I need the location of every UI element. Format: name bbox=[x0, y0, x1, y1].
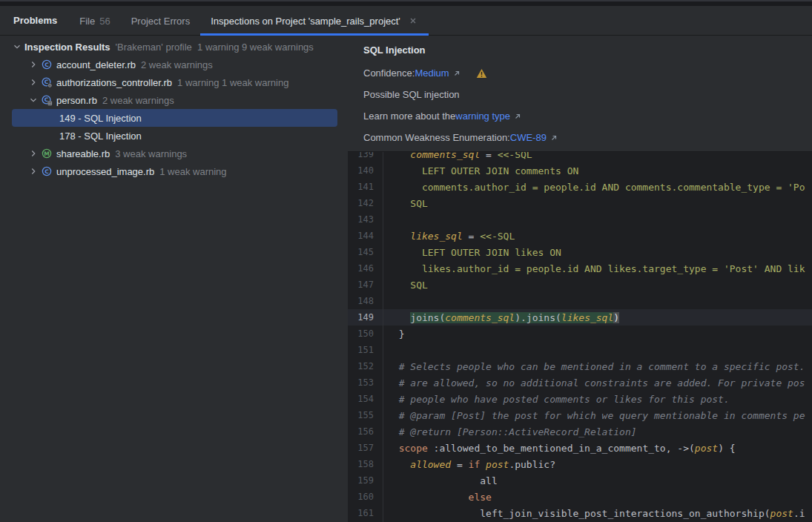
chevron-right-icon[interactable] bbox=[28, 59, 39, 70]
line-number: 154 bbox=[348, 394, 383, 404]
code-line-155[interactable]: 155 # @param [Post] the post for which w… bbox=[348, 407, 812, 423]
inspection-title: SQL Injection bbox=[363, 40, 812, 59]
tab-project-errors[interactable]: Project Errors bbox=[121, 6, 200, 36]
warning-icon bbox=[476, 68, 487, 79]
toolwindow-body: Inspection Results'Brakeman' profile 1 w… bbox=[0, 36, 812, 522]
code-line-147[interactable]: 147 SQL bbox=[348, 277, 812, 293]
tab-count-badge: 56 bbox=[99, 16, 110, 27]
line-number: 143 bbox=[348, 214, 383, 225]
line-number: 144 bbox=[348, 231, 383, 241]
line-number: 153 bbox=[348, 377, 383, 388]
tree-item-178-sql-injection[interactable]: 178 - SQL Injection bbox=[0, 127, 348, 145]
code-line-161[interactable]: 161 left_join_visible_post_interactions_… bbox=[348, 505, 812, 521]
ruby-class-icon: C bbox=[41, 165, 53, 177]
code-line-text: LEFT OUTER JOIN likes ON bbox=[383, 247, 561, 258]
chevron-down-icon[interactable] bbox=[28, 95, 39, 105]
chevron-right-icon[interactable] bbox=[28, 148, 39, 159]
link-cwe-89[interactable]: CWE-89 bbox=[510, 132, 547, 143]
window-top-strip bbox=[0, 0, 812, 6]
code-line-text: scope :allowed_to_be_mentioned_in_a_comm… bbox=[383, 443, 736, 454]
code-line-158[interactable]: 158 allowed = if post.public? bbox=[348, 456, 812, 472]
line-number: 155 bbox=[348, 410, 383, 420]
problems-toolwindow-header: Problems File56Project ErrorsInspections… bbox=[0, 6, 812, 36]
detail-text: Common Weakness Enumeration: bbox=[363, 132, 510, 143]
tree-item-shareable-rb[interactable]: Mshareable.rb3 weak warnings bbox=[0, 145, 348, 162]
code-line-148[interactable]: 148 bbox=[348, 293, 812, 309]
tree-item-suffix: 'Brakeman' profile 1 warning 9 weak warn… bbox=[116, 42, 314, 53]
line-number: 150 bbox=[348, 328, 383, 339]
tree-item-inspection-results[interactable]: Inspection Results'Brakeman' profile 1 w… bbox=[0, 38, 348, 56]
code-line-141[interactable]: 141 comments.author_id = people.id AND c… bbox=[348, 179, 812, 195]
code-line-149[interactable]: 149 joins(comments_sql).joins(likes_sql) bbox=[348, 309, 812, 326]
tree-item-suffix: 2 weak warnings bbox=[141, 59, 213, 70]
detail-text: Possible SQL injection bbox=[363, 89, 460, 100]
line-number: 151 bbox=[348, 345, 383, 355]
code-line-145[interactable]: 145 LEFT OUTER JOIN likes ON bbox=[348, 244, 812, 260]
line-number: 159 bbox=[348, 475, 383, 486]
code-line-text: SQL bbox=[383, 280, 428, 291]
code-line-text: allowed = if post.public? bbox=[383, 459, 555, 470]
code-line-159[interactable]: 159 all bbox=[348, 472, 812, 489]
tree-item-149-sql-injection[interactable]: 149 - SQL Injection bbox=[0, 109, 348, 127]
code-line-text: likes.author_id = people.id AND likes.ta… bbox=[383, 263, 805, 274]
line-number: 139 bbox=[348, 152, 383, 159]
link-medium[interactable]: Medium bbox=[415, 67, 449, 79]
line-number: 140 bbox=[348, 165, 383, 176]
inspection-detail-row: Common Weakness Enumeration: CWE-89 bbox=[363, 127, 812, 148]
code-line-text: LEFT OUTER JOIN comments ON bbox=[383, 165, 578, 176]
line-number: 156 bbox=[348, 426, 383, 437]
active-tab-underline bbox=[200, 33, 429, 36]
code-line-153[interactable]: 153 # are allowed, so no additional cons… bbox=[348, 374, 812, 391]
tab-file[interactable]: File56 bbox=[69, 6, 120, 36]
code-line-143[interactable]: 143 bbox=[348, 211, 812, 228]
chevron-right-icon[interactable] bbox=[28, 77, 39, 87]
tree-item-suffix: 2 weak warnings bbox=[102, 95, 174, 106]
code-editor[interactable]: 139 comments_sql = <<-SQL140 LEFT OUTER … bbox=[348, 152, 812, 522]
code-line-146[interactable]: 146 likes.author_id = people.id AND like… bbox=[348, 260, 812, 277]
code-line-text: # Selects people who can be mentioned in… bbox=[383, 361, 805, 372]
tree-item-label: 149 - SQL Injection bbox=[59, 113, 142, 124]
code-line-140[interactable]: 140 LEFT OUTER JOIN comments ON bbox=[348, 162, 812, 179]
code-line-156[interactable]: 156 # @return [Person::ActiveRecord_Rela… bbox=[348, 423, 812, 440]
tree-item-label: 178 - SQL Injection bbox=[59, 130, 142, 142]
tool-window-tabs: File56Project ErrorsInspections on Proje… bbox=[69, 6, 429, 35]
close-icon[interactable] bbox=[408, 16, 418, 26]
code-line-text: else bbox=[383, 492, 492, 503]
chevron-right-icon[interactable] bbox=[28, 166, 39, 176]
code-line-text: # @return [Person::ActiveRecord_Relation… bbox=[383, 426, 637, 437]
chevron-down-icon[interactable] bbox=[12, 42, 22, 52]
inspection-detail-row: Confidence: Medium bbox=[363, 62, 812, 84]
inspection-detail-row: Learn more about the warning type bbox=[363, 105, 812, 127]
tree-item-unprocessed-image-rb[interactable]: Cunprocessed_image.rb1 weak warning bbox=[0, 162, 348, 180]
code-line-152[interactable]: 152 # Selects people who can be mentione… bbox=[348, 358, 812, 374]
detail-text: Confidence: bbox=[363, 67, 415, 79]
line-number: 142 bbox=[348, 198, 383, 208]
code-line-157[interactable]: 157 scope :allowed_to_be_mentioned_in_a_… bbox=[348, 440, 812, 456]
link-warning-type[interactable]: warning type bbox=[455, 110, 510, 122]
code-line-139[interactable]: 139 comments_sql = <<-SQL bbox=[348, 152, 812, 162]
tree-item-account-deleter-rb[interactable]: Caccount_deleter.rb2 weak warnings bbox=[0, 56, 348, 73]
code-line-text: likes_sql = <<-SQL bbox=[383, 231, 515, 242]
line-number: 157 bbox=[348, 443, 383, 453]
ruby-module-icon: M bbox=[41, 148, 53, 159]
code-line-154[interactable]: 154 # people who have posted comments or… bbox=[348, 391, 812, 407]
ruby-model-icon: C bbox=[41, 94, 53, 106]
code-line-text: } bbox=[383, 328, 404, 340]
inspection-tree: Inspection Results'Brakeman' profile 1 w… bbox=[0, 36, 348, 522]
code-line-151[interactable]: 151 bbox=[348, 342, 812, 358]
code-line-144[interactable]: 144 likes_sql = <<-SQL bbox=[348, 228, 812, 244]
line-number: 149 bbox=[348, 312, 383, 323]
tree-item-label: Inspection Results bbox=[24, 42, 110, 53]
line-number: 141 bbox=[348, 182, 383, 192]
code-line-text: comments.author_id = people.id AND comme… bbox=[383, 182, 805, 193]
tree-item-person-rb[interactable]: Cperson.rb2 weak warnings bbox=[0, 91, 348, 109]
toolwindow-title: Problems bbox=[13, 15, 57, 26]
code-line-150[interactable]: 150 } bbox=[348, 326, 812, 342]
tree-item-suffix: 3 weak warnings bbox=[115, 148, 187, 159]
tree-item-label: shareable.rb bbox=[56, 148, 110, 159]
code-lines: 139 comments_sql = <<-SQL140 LEFT OUTER … bbox=[348, 152, 812, 521]
code-line-142[interactable]: 142 SQL bbox=[348, 195, 812, 211]
tree-item-authorizations-controller-rb[interactable]: Cauthorizations_controller.rb1 warning 1… bbox=[0, 73, 348, 91]
tab-inspections-on-project-sample-rails-project[interactable]: Inspections on Project 'sample_rails_pro… bbox=[200, 6, 429, 36]
code-line-160[interactable]: 160 else bbox=[348, 489, 812, 505]
